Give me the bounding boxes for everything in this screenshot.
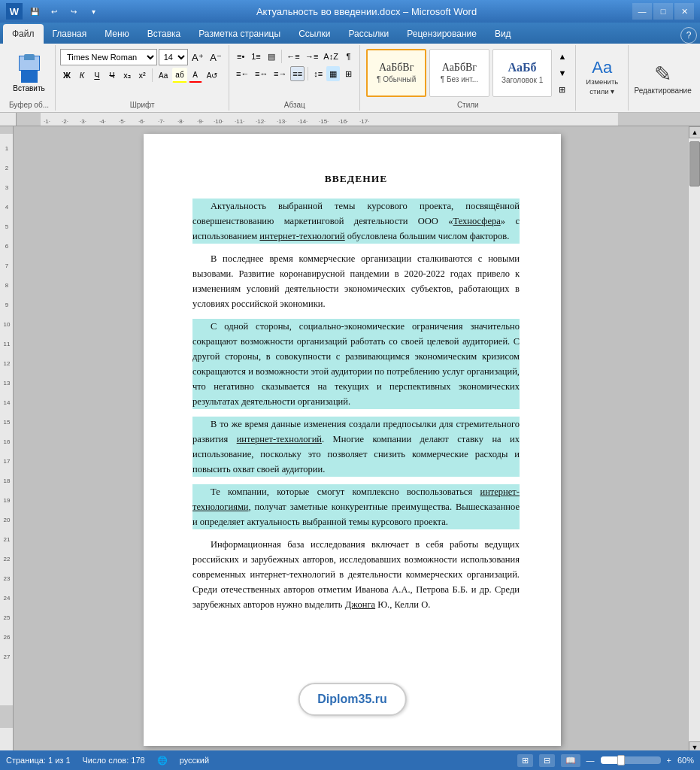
text-effects-btn[interactable]: Аа (156, 68, 171, 83)
strikethrough-btn[interactable]: Ч (105, 68, 119, 83)
zoom-slider[interactable] (601, 756, 661, 764)
superscript-btn[interactable]: x² (135, 68, 149, 83)
svg-text:23: 23 (4, 575, 11, 582)
language: русский (180, 756, 209, 765)
underline-internet-tech-1: интернет-технологий (259, 231, 344, 241)
document-scroll[interactable]: ВВЕДЕНИЕ Актуальность выбранной темы кур… (17, 126, 688, 753)
paragraph-1: Актуальность выбранной темы курсового пр… (192, 199, 520, 244)
word-icon: W (6, 3, 23, 20)
font-family-select[interactable]: Times New Roman Arial Calibri (60, 49, 157, 65)
style-heading1-label: Заголовок 1 (502, 76, 543, 84)
svg-text:7: 7 (5, 262, 9, 269)
tab-file[interactable]: Файл (3, 24, 44, 44)
ruler-marks: ·1· ·2· ·3· ·4· ·5· ·6· ·7· ·8· ·9· ·10·… (17, 113, 700, 126)
scroll-thumb[interactable] (689, 141, 700, 186)
bold-button[interactable]: Ж (60, 68, 74, 83)
font-grow-btn[interactable]: A⁺ (189, 50, 206, 65)
show-marks-btn[interactable]: ¶ (341, 49, 355, 64)
increase-indent-btn[interactable]: →≡ (303, 49, 320, 64)
bullets-btn[interactable]: ≡• (234, 49, 247, 64)
svg-text:21: 21 (4, 536, 11, 543)
editing-button[interactable]: ✎ Редактирование (633, 47, 692, 109)
page: ВВЕДЕНИЕ Актуальность выбранной темы кур… (144, 134, 561, 746)
underline-dong: Джонга (345, 599, 375, 610)
svg-text:11: 11 (4, 341, 11, 347)
subscript-btn[interactable]: x₂ (120, 68, 134, 83)
change-styles-icon: Aa (592, 58, 612, 77)
svg-text:·12·: ·12· (256, 118, 265, 125)
zoom-out-btn[interactable]: — (586, 756, 595, 765)
scroll-up-arrow[interactable]: ▲ (689, 126, 700, 138)
qat-redo[interactable]: ↪ (66, 5, 81, 18)
align-right-btn[interactable]: ≡→ (271, 66, 289, 81)
tab-review[interactable]: Рецензирование (398, 24, 486, 44)
paste-button[interactable]: Вставить (7, 51, 50, 95)
minimize-button[interactable]: — (632, 3, 652, 20)
tab-view[interactable]: Вид (486, 24, 520, 44)
change-styles-label: Изменитьстили ▾ (586, 77, 618, 96)
styles-more[interactable]: ⊞ (555, 82, 569, 97)
svg-text:26: 26 (4, 634, 11, 641)
vertical-scrollbar: ▲ ▼ (688, 126, 700, 753)
align-justify-btn[interactable]: ≡≡ (290, 66, 305, 81)
borders-btn[interactable]: ⊞ (341, 66, 355, 81)
qat-more[interactable]: ▾ (86, 5, 101, 18)
multilevel-btn[interactable]: ▤ (265, 49, 278, 64)
clear-format-btn[interactable]: А↺ (204, 68, 221, 83)
style-normal[interactable]: АаБбВг ¶ Обычный (366, 49, 426, 97)
style-no-spacing-label: ¶ Без инт... (441, 75, 478, 83)
titlebar: W 💾 ↩ ↪ ▾ Актуальность во введении.docx … (0, 0, 700, 23)
align-left-btn[interactable]: ≡← (234, 66, 251, 81)
layout-button[interactable]: ⊞ (517, 754, 533, 767)
close-button[interactable]: ✕ (674, 3, 694, 20)
para-row-1: ≡• 1≡ ▤ ←≡ →≡ A↕Z ¶ (234, 49, 355, 64)
sort-btn[interactable]: A↕Z (322, 49, 340, 64)
paste-label: Вставить (13, 84, 44, 92)
numbering-btn[interactable]: 1≡ (249, 49, 263, 64)
svg-text:·11·: ·11· (235, 118, 244, 125)
tab-home[interactable]: Главная (44, 24, 96, 44)
change-styles-button[interactable]: Aa Изменитьстили ▾ (580, 47, 623, 108)
highlight-btn[interactable]: аб (172, 68, 186, 83)
underline-button[interactable]: Ч (90, 68, 104, 83)
svg-text:3: 3 (5, 184, 9, 191)
style-normal-label: ¶ Обычный (377, 75, 416, 83)
decrease-indent-btn[interactable]: ←≡ (285, 49, 302, 64)
svg-rect-22 (0, 705, 14, 728)
qat-save[interactable]: 💾 (27, 5, 42, 18)
svg-text:4: 4 (5, 204, 9, 211)
tab-menu[interactable]: Меню (95, 24, 138, 44)
font-size-select[interactable]: 14 12 16 18 (159, 49, 188, 65)
tab-insert[interactable]: Вставка (138, 24, 190, 44)
scroll-track[interactable] (689, 138, 700, 741)
shading-btn[interactable]: ▦ (326, 66, 340, 81)
font-group: Times New Roman Arial Calibri 14 12 16 1… (56, 45, 229, 111)
ruler-vertical: 1 2 3 4 5 6 7 8 9 10 11 12 13 14 15 16 1… (0, 126, 14, 753)
svg-text:·7·: ·7· (158, 118, 165, 125)
tab-mailings[interactable]: Рассылки (339, 24, 398, 44)
clipboard-label: Буфер об... (8, 99, 50, 109)
svg-text:·3·: ·3· (80, 118, 86, 125)
font-shrink-btn[interactable]: A⁻ (208, 50, 224, 65)
svg-text:9: 9 (5, 302, 9, 308)
styles-scroll-up[interactable]: ▲ (555, 49, 569, 64)
italic-button[interactable]: К (75, 68, 89, 83)
styles-scroll-down[interactable]: ▼ (555, 65, 569, 80)
layout-read-btn[interactable]: 📖 (561, 754, 580, 767)
tab-references[interactable]: Ссылки (289, 24, 339, 44)
style-no-spacing[interactable]: АаБбВг ¶ Без инт... (429, 49, 489, 97)
svg-text:·17·: ·17· (359, 118, 369, 125)
svg-text:·9·: ·9· (197, 118, 204, 125)
svg-rect-1 (17, 113, 41, 126)
statusbar: Страница: 1 из 1 Число слов: 178 🌐 русск… (0, 750, 700, 770)
style-heading1[interactable]: АаБб Заголовок 1 (492, 49, 553, 97)
zoom-in-btn[interactable]: + (667, 756, 671, 765)
align-center-btn[interactable]: ≡↔ (253, 66, 270, 81)
help-button[interactable]: ? (680, 27, 697, 44)
qat-undo[interactable]: ↩ (47, 5, 62, 18)
maximize-button[interactable]: □ (653, 3, 673, 20)
line-spacing-btn[interactable]: ↕≡ (311, 66, 325, 81)
tab-layout[interactable]: Разметка страницы (189, 24, 289, 44)
layout-web-btn[interactable]: ⊟ (539, 754, 555, 767)
font-color-btn[interactable]: А (189, 68, 202, 83)
